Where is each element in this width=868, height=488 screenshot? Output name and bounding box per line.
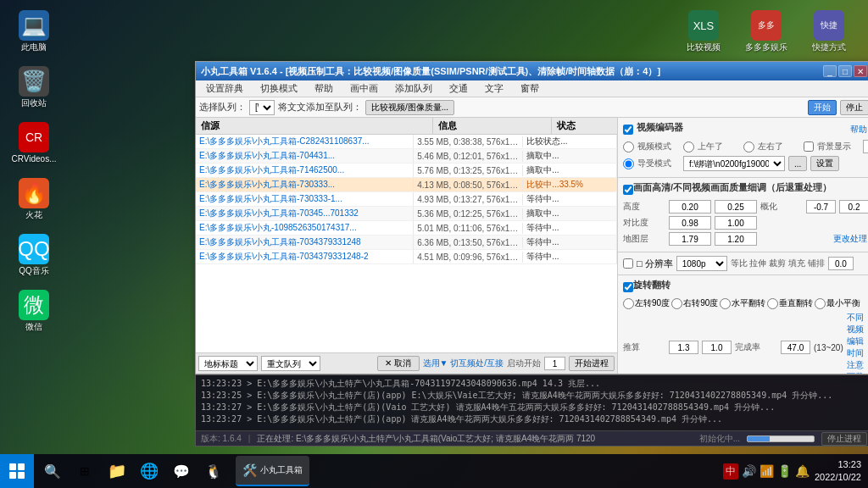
- flip-min-radio[interactable]: [815, 298, 826, 309]
- encoder-checkbox[interactable]: [623, 125, 633, 135]
- menu-switch[interactable]: 切换模式: [253, 80, 304, 97]
- bg-value[interactable]: [863, 140, 868, 153]
- start-count[interactable]: [544, 357, 565, 370]
- table-row[interactable]: E:\多多多娱乐\小丸工具箱-704431... 5.46 MB, 0:12:0…: [196, 149, 617, 164]
- taskbar-app-toolbox[interactable]: 🛠️ 小丸工具箱: [236, 456, 309, 486]
- stop-button[interactable]: 停止: [840, 100, 868, 115]
- settings-resolution-section: □ 分辨率 1080p 等比 拉伸 裁剪 填充 铺排: [618, 252, 868, 275]
- tray-battery-icon[interactable]: 🔋: [777, 464, 792, 478]
- encoder-select[interactable]: f:\绑谱\n0200fg19000c9uc2abc77e: [683, 156, 785, 171]
- stop-process-button[interactable]: 停止进程: [821, 432, 867, 446]
- desktop-icon-crvideo[interactable]: CR CRVideos...: [7, 119, 61, 168]
- table-row[interactable]: E:\多多多娱乐\小丸-1098526350174317... 5.01 MB,…: [196, 221, 617, 236]
- tray-network-icon[interactable]: 📶: [760, 464, 774, 478]
- desktop-icon-qq[interactable]: QQ QQ音乐: [7, 230, 61, 280]
- calc-v2[interactable]: [702, 341, 732, 354]
- queue-action-select[interactable]: 重文队列: [261, 356, 320, 371]
- close-button[interactable]: ✕: [854, 65, 867, 77]
- maximize-button[interactable]: □: [838, 65, 852, 77]
- add-queue-button[interactable]: 比较视频/图像质量...: [365, 100, 454, 115]
- menu-window[interactable]: 窗帮: [514, 80, 546, 97]
- flip-h-radio[interactable]: [720, 298, 731, 309]
- file-name: E:\多多多娱乐\小丸工具箱-7034379331248-2: [196, 250, 414, 263]
- height-v4[interactable]: [839, 200, 868, 214]
- desktop-icon-excel[interactable]: XLS 比较视频: [676, 7, 731, 56]
- table-row[interactable]: E:\多多多娱乐\小丸工具箱-730333-1... 4.93 MB, 0:13…: [196, 192, 617, 207]
- rotation-checkbox[interactable]: [623, 282, 633, 292]
- mode-radio-2[interactable]: [683, 141, 694, 152]
- quality-checkbox[interactable]: [623, 185, 633, 195]
- tray-clock[interactable]: 13:23 2022/10/22: [815, 458, 861, 485]
- desktop-icon-wechat[interactable]: 微 微信: [7, 286, 61, 336]
- menu-help[interactable]: 帮助: [308, 80, 340, 97]
- contrast-v1[interactable]: [669, 216, 711, 230]
- contrast-v2[interactable]: [715, 216, 757, 230]
- desktop-icon-shortcut[interactable]: 快捷 快捷方式: [802, 7, 856, 56]
- mode-radio-1[interactable]: [623, 141, 634, 152]
- calc-v3[interactable]: [781, 341, 810, 354]
- file-status: 摘取中...: [523, 164, 617, 177]
- encoder-browse-button[interactable]: ...: [788, 156, 807, 171]
- taskbar-qq-icon[interactable]: 🐧: [198, 456, 229, 486]
- map-v1[interactable]: [669, 232, 711, 246]
- window-toolbar: 选择队列： [\\] 将文文添加至队列： 比较视频/图像质量... 开始 停止: [196, 97, 868, 118]
- table-row[interactable]: E:\多多多娱乐\小丸工具箱-70345...701332 5.36 MB, 0…: [196, 207, 617, 221]
- res-value[interactable]: [828, 257, 854, 270]
- mode-radio-3[interactable]: [743, 141, 754, 152]
- table-row[interactable]: E:\多多多娱乐\小丸工具箱-C282431108637... 3.55 MB,…: [196, 135, 617, 149]
- desktop-icon-fire[interactable]: 🔥 火花: [7, 175, 61, 224]
- log-line: 13:23:27 > E:\多多多娱乐\小丸土特产(店)(app) 请克服A4晚…: [201, 413, 867, 425]
- table-row[interactable]: E:\多多多娱乐\小丸工具箱-71462500... 5.76 MB, 0:13…: [196, 164, 617, 178]
- help-encoder-link[interactable]: 帮助: [850, 124, 867, 136]
- log-line: 13:23:25 > E:\多多多娱乐\小丸土特产(店)(app) E:\大娱乐…: [201, 390, 867, 402]
- action-select[interactable]: 地标标题: [198, 356, 258, 371]
- menu-traffic[interactable]: 交通: [442, 80, 475, 97]
- help-link[interactable]: 选用▼ 切互频处/互接: [423, 358, 504, 369]
- taskbar-search-icon[interactable]: 🔍: [37, 456, 68, 486]
- start-button[interactable]: 开始: [808, 100, 837, 115]
- table-row[interactable]: E:\多多多娱乐\小丸工具箱-7034379331248-2 4.51 MB, …: [196, 250, 617, 264]
- desktop-icon-multi[interactable]: 多多 多多多娱乐: [739, 7, 793, 56]
- taskbar: 🔍 ⊞ 📁 🌐 💬 🐧 🛠️ 小丸工具箱 中 🔊 📶 🔋 🔔 13:23: [0, 454, 868, 488]
- taskbar-explorer-icon[interactable]: 📁: [102, 456, 132, 486]
- encoder-settings-button[interactable]: 设置: [810, 156, 839, 171]
- mode2-radio[interactable]: [623, 158, 634, 169]
- window-title: 小丸工具箱 V1.6.4 - [视频压制工具：比较视频/图像质量(SSIM/PS…: [201, 65, 823, 78]
- menu-pip[interactable]: 画中画: [343, 80, 385, 97]
- bg-checkbox[interactable]: [804, 141, 814, 152]
- menu-settings[interactable]: 设置辞典: [199, 80, 250, 97]
- height-v1[interactable]: [669, 200, 711, 214]
- desktop-icon-recycle[interactable]: 🗑️ 回收站: [7, 63, 61, 112]
- taskbar-chrome-icon[interactable]: 🌐: [134, 456, 164, 486]
- table-row[interactable]: E:\多多多娱乐\小丸工具箱-730333... 4.13 MB, 0:08:5…: [196, 178, 617, 192]
- rotate-left-radio[interactable]: [623, 298, 634, 309]
- table-row[interactable]: E:\多多多娱乐\小丸工具箱-7034379331248 6.36 MB, 0:…: [196, 236, 617, 250]
- flip-v-radio[interactable]: [767, 298, 778, 309]
- taskbar-wechat-icon[interactable]: 💬: [166, 456, 197, 486]
- height-v3[interactable]: [806, 200, 836, 214]
- map-v2[interactable]: [715, 232, 757, 246]
- menu-text[interactable]: 文字: [478, 80, 510, 97]
- cancel-button[interactable]: ✕ 取消: [377, 356, 420, 371]
- start-process-button[interactable]: 开始进程: [569, 356, 615, 371]
- tray-sound-icon[interactable]: 🔊: [742, 464, 756, 478]
- res-checkbox[interactable]: [623, 258, 633, 269]
- taskbar-taskview-icon[interactable]: ⊞: [70, 456, 100, 486]
- res-select[interactable]: 1080p: [676, 256, 727, 271]
- log-content: 13:23:23 > E:\多多多娱乐\小丸土特产\小丸工具箱-70431197…: [196, 375, 868, 428]
- menu-queue[interactable]: 添加队列: [388, 80, 439, 97]
- rotate-right-radio[interactable]: [671, 298, 682, 309]
- download-link[interactable]: 不同视频编辑时间注意 下载: [847, 312, 867, 374]
- desktop-icon-computer[interactable]: 💻 此电脑: [7, 7, 61, 56]
- calc-v1[interactable]: [669, 341, 698, 354]
- window-menu: 设置辞典 切换模式 帮助 画中画 添加队列 交通 文字 窗帮: [196, 80, 868, 97]
- quality-link[interactable]: 更改处理: [833, 233, 867, 245]
- tray-notification-icon[interactable]: 🔔: [795, 464, 810, 478]
- tray-chinese-icon[interactable]: 中: [723, 463, 738, 480]
- minimize-button[interactable]: _: [823, 65, 837, 77]
- height-v2[interactable]: [715, 200, 757, 214]
- quality-title: 画面高清/不同视频画面质量细调（后退重处理）: [633, 181, 832, 194]
- queue-select[interactable]: [\\]: [249, 100, 275, 115]
- file-name: E:\多多多娱乐\小丸工具箱-C282431108637...: [196, 135, 414, 148]
- start-button[interactable]: [0, 454, 34, 488]
